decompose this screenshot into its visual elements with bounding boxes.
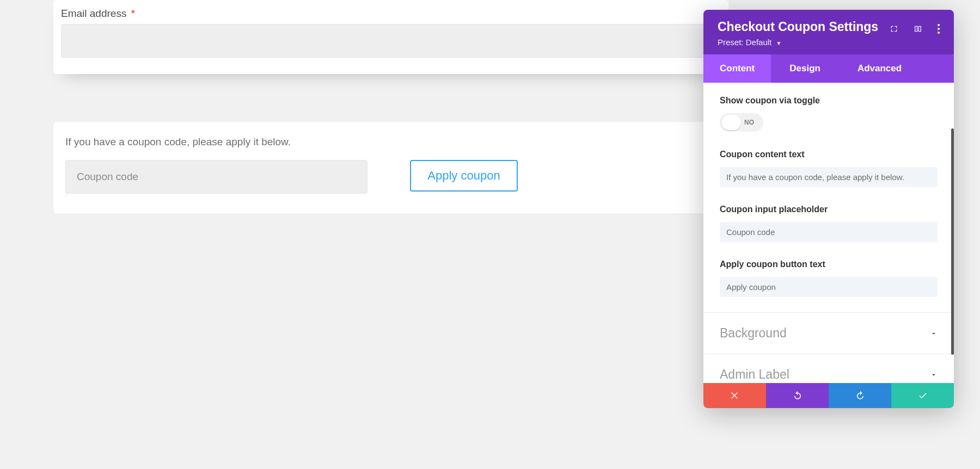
email-input[interactable] [61, 24, 721, 58]
close-icon [730, 391, 740, 400]
toggle-show-coupon[interactable]: NO [720, 113, 763, 132]
more-menu-icon[interactable] [938, 24, 940, 34]
email-card: Email address * [53, 0, 728, 74]
apply-coupon-button[interactable]: Apply coupon [410, 160, 518, 192]
chevron-down-icon [930, 330, 938, 337]
panel-header: Checkout Coupon Settings Preset: Default… [703, 10, 954, 54]
field-label-input-placeholder: Coupon input placeholder [720, 205, 938, 214]
panel-header-icons [890, 24, 940, 34]
required-asterisk: * [131, 8, 135, 19]
field-label-content-text: Coupon content text [720, 150, 938, 159]
preset-value: Default [746, 38, 772, 47]
expand-icon[interactable] [890, 24, 898, 33]
undo-icon [793, 391, 803, 400]
panel-actions [703, 383, 954, 408]
panel-title-block: Checkout Coupon Settings Preset: Default… [718, 20, 890, 47]
field-content-text: Coupon content text [703, 137, 954, 192]
coupon-lead-text: If you have a coupon code, please apply … [65, 136, 716, 148]
toggle-value: NO [744, 119, 754, 126]
columns-icon[interactable] [914, 24, 922, 33]
field-button-text: Apply coupon button text [703, 246, 954, 312]
redo-button[interactable] [829, 383, 891, 408]
coupon-code-input[interactable] [65, 160, 367, 194]
field-input-placeholder: Coupon input placeholder [703, 192, 954, 246]
tab-design[interactable]: Design [771, 54, 839, 83]
coupon-card: If you have a coupon code, please apply … [53, 122, 728, 213]
email-label-row: Email address * [61, 0, 721, 24]
accordion-background[interactable]: Background [703, 312, 954, 354]
field-label-button-text: Apply coupon button text [720, 260, 938, 269]
check-icon [918, 391, 928, 400]
redo-icon [855, 391, 865, 400]
panel-body[interactable]: Show coupon via toggle NO Coupon content… [703, 83, 954, 383]
scroll-thumb[interactable] [951, 128, 954, 355]
field-show-coupon-toggle: Show coupon via toggle NO [703, 83, 954, 137]
panel-tabs: Content Design Advanced [703, 54, 954, 83]
caret-down-icon: ▼ [776, 40, 781, 46]
preset-label: Preset: [718, 38, 744, 47]
accordion-admin-label[interactable]: Admin Label [703, 354, 954, 383]
preset-selector[interactable]: Preset: Default ▼ [718, 38, 890, 47]
tab-content[interactable]: Content [703, 54, 771, 83]
accordion-background-label: Background [720, 326, 787, 341]
accordion-admin-label-text: Admin Label [720, 367, 789, 382]
undo-button[interactable] [766, 383, 829, 408]
field-label-show-toggle: Show coupon via toggle [720, 96, 938, 106]
coupon-row: Apply coupon [65, 160, 716, 194]
panel-title: Checkout Coupon Settings [718, 20, 890, 34]
settings-panel: Checkout Coupon Settings Preset: Default… [703, 10, 954, 408]
cancel-button[interactable] [703, 383, 766, 408]
tab-advanced[interactable]: Advanced [839, 54, 918, 83]
toggle-knob [721, 115, 741, 130]
email-label: Email address [61, 8, 126, 19]
input-placeholder-text[interactable] [720, 222, 938, 242]
save-button[interactable] [891, 383, 954, 408]
preview-canvas: Email address * If you have a coupon cod… [0, 0, 727, 213]
chevron-down-icon [930, 371, 938, 379]
input-button-text[interactable] [720, 277, 938, 297]
input-content-text[interactable] [720, 167, 938, 187]
